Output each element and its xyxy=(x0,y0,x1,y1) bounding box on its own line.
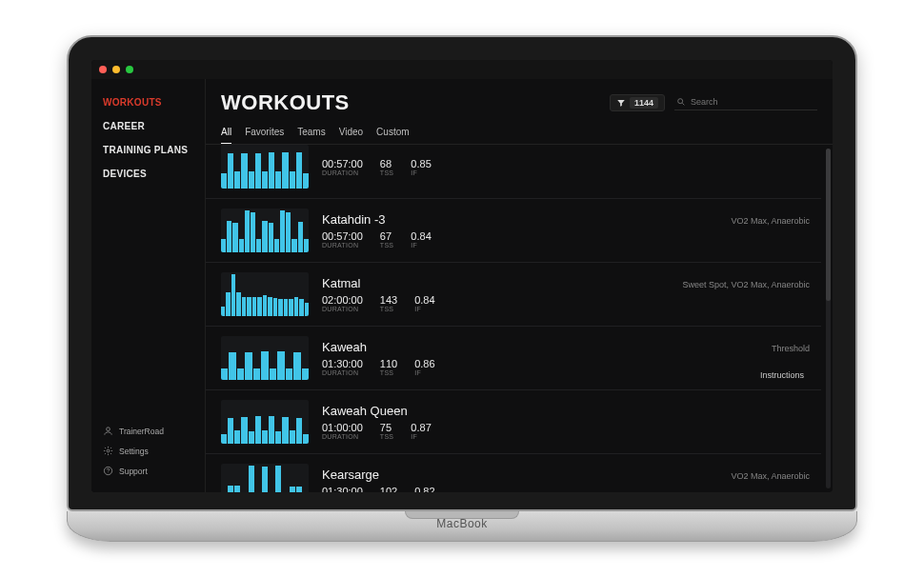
stat-if: 0.84IF xyxy=(414,294,434,312)
help-icon xyxy=(103,466,113,476)
workout-tags: VO2 Max, Anaerobic xyxy=(731,471,810,481)
workout-meta: Katahdin -3VO2 Max, Anaerobic00:57:00DUR… xyxy=(322,209,810,252)
workout-row[interactable]: InstructionsKearsargeVO2 Max, Anaerobic0… xyxy=(206,454,821,492)
stat-duration-value: 02:00:00 xyxy=(322,294,363,306)
tab-all[interactable]: All xyxy=(221,123,231,145)
stat-if-label: IF xyxy=(414,306,434,312)
stat-tss-label: TSS xyxy=(380,169,394,176)
svg-point-0 xyxy=(107,428,110,431)
window-zoom-icon[interactable] xyxy=(126,66,133,73)
stat-tss-label: TSS xyxy=(380,369,397,376)
workout-row[interactable]: InstructionsKaweahThreshold01:30:00DURAT… xyxy=(206,327,821,390)
stat-tss-label: TSS xyxy=(380,433,394,440)
workout-meta: KatmalSweet Spot, VO2 Max, Anaerobic02:0… xyxy=(322,272,810,316)
laptop-base: MacBook xyxy=(67,511,857,542)
workout-title: Kaweah Queen xyxy=(322,404,810,418)
sidebar-support-label: Support xyxy=(119,467,148,476)
instructions-link[interactable]: Instructions xyxy=(760,370,804,380)
filter-button[interactable]: 1144 xyxy=(610,94,665,111)
app-body: WORKOUTS CAREER TRAINING PLANS DEVICES T… xyxy=(91,79,833,492)
stat-if-label: IF xyxy=(411,433,431,440)
stat-duration: 01:00:00DURATION xyxy=(322,422,363,440)
stat-duration: 01:30:00DURATION xyxy=(322,358,363,376)
sidebar-support[interactable]: Support xyxy=(103,461,193,481)
tab-bar: All Favorites Teams Video Custom xyxy=(221,123,817,145)
workout-meta: KearsargeVO2 Max, Anaerobic01:30:00DURAT… xyxy=(322,464,810,492)
workout-thumbnail xyxy=(221,336,309,380)
search-box[interactable] xyxy=(674,95,817,110)
stat-if-value: 0.86 xyxy=(414,358,434,369)
stat-duration-value: 01:00:00 xyxy=(322,422,363,433)
workout-thumbnail xyxy=(221,272,309,316)
svg-point-1 xyxy=(107,449,110,452)
workout-row[interactable]: KatmalSweet Spot, VO2 Max, Anaerobic02:0… xyxy=(206,263,821,327)
main-header: WORKOUTS 1144 All F xyxy=(206,79,833,145)
user-icon xyxy=(103,426,113,436)
laptop-logo: MacBook xyxy=(436,517,488,530)
stat-duration: 02:00:00DURATION xyxy=(322,294,363,312)
svg-point-4 xyxy=(678,99,683,104)
stat-duration: 00:57:00DURATION xyxy=(322,158,363,176)
stat-tss: 68TSS xyxy=(380,158,394,176)
stat-tss-value: 75 xyxy=(380,422,394,433)
workout-row[interactable]: Katahdin -3VO2 Max, Anaerobic00:57:00DUR… xyxy=(206,199,821,263)
sidebar-user[interactable]: TrainerRoad xyxy=(103,421,193,441)
stat-tss-value: 102 xyxy=(380,486,397,492)
sidebar-item-devices[interactable]: DEVICES xyxy=(103,162,193,186)
stat-if-value: 0.87 xyxy=(411,422,431,433)
workout-meta: KaweahThreshold01:30:00DURATION110TSS0.8… xyxy=(322,336,810,380)
scrollbar[interactable] xyxy=(826,149,831,488)
stat-duration-label: DURATION xyxy=(322,369,363,376)
stat-if: 0.86IF xyxy=(414,358,434,376)
gear-icon xyxy=(103,446,113,456)
search-input[interactable] xyxy=(691,97,815,107)
stat-duration-label: DURATION xyxy=(322,433,363,440)
page-title: WORKOUTS xyxy=(221,90,610,115)
sidebar-settings[interactable]: Settings xyxy=(103,441,193,461)
tab-favorites[interactable]: Favorites xyxy=(245,123,284,145)
stat-tss: 143TSS xyxy=(380,294,397,312)
search-icon xyxy=(676,97,686,107)
stat-duration-label: DURATION xyxy=(322,242,363,249)
window-close-icon[interactable] xyxy=(99,66,107,73)
stat-if-value: 0.84 xyxy=(414,294,434,306)
sidebar-item-workouts[interactable]: WORKOUTS xyxy=(103,90,193,114)
filter-icon xyxy=(616,98,626,108)
workout-row[interactable]: Kaweah Queen01:00:00DURATION75TSS0.87IF xyxy=(206,390,821,454)
sidebar-item-career[interactable]: CAREER xyxy=(103,114,193,138)
main-panel: WORKOUTS 1144 All F xyxy=(206,79,833,492)
workout-thumbnail xyxy=(221,209,309,252)
sidebar-nav: WORKOUTS CAREER TRAINING PLANS DEVICES xyxy=(103,90,193,186)
workout-tags: Threshold xyxy=(772,344,810,353)
stat-if-label: IF xyxy=(411,242,431,249)
window-minimize-icon[interactable] xyxy=(112,66,120,73)
workout-title: Kearsarge xyxy=(322,468,731,482)
scroll-thumb[interactable] xyxy=(826,149,831,301)
stat-tss: 110TSS xyxy=(380,358,397,376)
stat-tss-value: 110 xyxy=(380,358,397,369)
tab-teams[interactable]: Teams xyxy=(297,123,325,145)
stat-if: 0.84IF xyxy=(411,230,431,249)
stat-duration: 01:30:00DURATION xyxy=(322,486,363,492)
stat-if-label: IF xyxy=(414,369,434,376)
stat-if-label: IF xyxy=(411,169,431,176)
stat-duration-value: 00:57:00 xyxy=(322,230,363,242)
workout-title: Katmal xyxy=(322,276,682,290)
stat-duration-value: 01:30:00 xyxy=(322,486,363,492)
tab-custom[interactable]: Custom xyxy=(376,123,409,145)
sidebar-user-label: TrainerRoad xyxy=(119,427,164,436)
stat-duration-label: DURATION xyxy=(322,306,363,312)
workout-list: 00:57:00DURATION68TSS0.85IFKatahdin -3VO… xyxy=(206,144,833,492)
workout-thumbnail xyxy=(221,145,309,189)
stat-if: 0.87IF xyxy=(411,422,431,440)
stat-tss-label: TSS xyxy=(380,242,394,249)
stat-if: 0.85IF xyxy=(411,158,431,176)
workout-title: Kaweah xyxy=(322,340,772,354)
workout-row[interactable]: 00:57:00DURATION68TSS0.85IF xyxy=(206,145,821,199)
stat-if-value: 0.84 xyxy=(411,230,431,242)
stat-if-value: 0.85 xyxy=(411,158,431,169)
tab-video[interactable]: Video xyxy=(339,123,363,145)
stat-tss: 102TSS xyxy=(380,486,397,492)
app-screen: WORKOUTS CAREER TRAINING PLANS DEVICES T… xyxy=(91,60,833,492)
sidebar-item-training-plans[interactable]: TRAINING PLANS xyxy=(103,138,193,162)
